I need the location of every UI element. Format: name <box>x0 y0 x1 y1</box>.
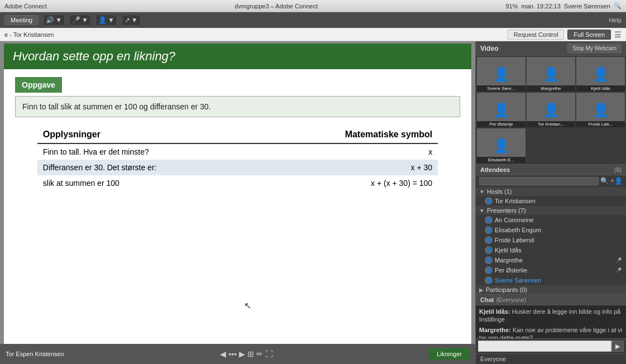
avatar: 👤 <box>485 226 493 234</box>
video-label: Tor Kristian... <box>527 121 575 127</box>
title-bar-left: Adobe Connect <box>4 3 47 9</box>
mic-icon: 🎤 <box>72 16 80 24</box>
search-icon[interactable]: 🔍 <box>614 2 622 9</box>
main-area: Hvordan sette opp en likning? Oppgave Fi… <box>0 41 626 364</box>
attendees-section: Attendees (8) 🔍 +👤 ▼ Hosts (1) 👤 Tor Kri… <box>476 164 626 294</box>
list-item: 👤 Per Østerlie 🎤 <box>476 265 626 275</box>
chat-send-button[interactable]: ▶ <box>611 341 624 352</box>
share-dropdown-icon[interactable]: ▼ <box>131 16 138 24</box>
attendees-header: Attendees (8) <box>476 164 626 175</box>
chat-input[interactable] <box>478 341 611 352</box>
presenters-group-header[interactable]: ▼ Presenters (7) <box>476 206 626 215</box>
slide-area: Hvordan sette opp en likning? Oppgave Fi… <box>0 41 475 364</box>
attendee-name: Tor Kristiansen <box>495 198 622 204</box>
attendee-search-input[interactable] <box>479 177 599 185</box>
mic-dropdown-icon[interactable]: ▼ <box>82 16 88 24</box>
table-row: Differansen er 30. Det største er:x + 30 <box>37 160 438 175</box>
time-display: man. 19:22:13 <box>521 3 560 9</box>
add-attendee-icon[interactable]: +👤 <box>610 177 623 185</box>
attendees-count: (8) <box>614 166 622 173</box>
stop-webcam-button[interactable]: Stop My Webcam <box>567 44 622 53</box>
video-cell: 👤 Elisabeth E... <box>477 128 525 163</box>
table-row: slik at summen er 100x + (x + 30) = 100 <box>37 175 438 191</box>
title-bar: Adobe Connect dvmgruppe3 – Adobe Connect… <box>0 0 626 12</box>
video-label: Frode Løb... <box>576 121 625 127</box>
video-panel-title: Video <box>480 45 498 52</box>
list-item: 👤 Margrethe 🎤 <box>476 255 626 265</box>
avatar: 👤 <box>485 256 493 264</box>
person-icon: 👤 <box>543 66 560 82</box>
mic-controls: 🎤 ▼ <box>69 15 91 26</box>
chat-scope: (Everyone) <box>496 296 526 303</box>
table-cell-math: x + (x + 30) = 100 <box>261 175 438 191</box>
table-row: Finn to tall. Hva er det minste?x <box>37 143 438 160</box>
list-item: 👤 Kjetil Idås <box>476 245 626 255</box>
cursor-overlay: ↖ <box>244 300 251 311</box>
list-item: 👤 An Commeine <box>476 215 626 225</box>
chat-message: Margrethe: Kan noe av problemene våre li… <box>479 326 623 338</box>
slide-controls: ◀ ▪▪▪ ▶ ⊞ ✏ ⛶ <box>220 349 273 358</box>
video-dropdown-icon[interactable]: ▼ <box>108 16 114 24</box>
participants-group-header[interactable]: ▶ Participants (0) <box>476 285 626 294</box>
hosts-arrow-icon: ▼ <box>479 189 485 195</box>
chat-header: Chat (Everyone) <box>476 294 626 305</box>
slide-tab[interactable]: Likninger <box>429 348 470 360</box>
slide-counter: ▪▪▪ <box>228 349 237 358</box>
avatar: 👤 <box>485 236 493 244</box>
window-title: dvmgruppe3 – Adobe Connect <box>235 3 318 9</box>
hosts-label: Hosts (1) <box>487 188 512 195</box>
attendee-name: Kjetil Idås <box>495 247 622 253</box>
attendees-title: Attendees <box>480 166 510 173</box>
slide-title: Hvordan sette opp en likning? <box>13 49 462 64</box>
app-name: Adobe Connect <box>4 3 47 9</box>
oppgave-label: Oppgave <box>15 77 62 93</box>
request-control-button[interactable]: Request Control <box>508 30 565 40</box>
mic-on-icon: 🎤 <box>615 257 622 264</box>
chat-sender: Margrethe: <box>479 327 511 333</box>
table-cell-info: slik at summen er 100 <box>37 175 261 191</box>
app-toolbar: Meeting 🔊 ▼ 🎤 ▼ 👤 ▼ ↗ ▼ Help <box>0 12 626 28</box>
chat-section: Chat (Everyone) Kjetil Idås: Husker dere… <box>476 294 626 364</box>
help-button[interactable]: Help <box>609 17 622 23</box>
attendee-name: An Commeine <box>495 217 622 223</box>
person-icon: 👤 <box>543 102 560 118</box>
table-cell-info: Differansen er 30. Det største er: <box>37 160 261 175</box>
chat-sender: Kjetil Idås: <box>479 308 510 315</box>
person-icon: 👤 <box>592 102 609 118</box>
avatar: 👤 <box>485 266 493 274</box>
table-body: Finn to tall. Hva er det minste?xDiffera… <box>37 143 438 191</box>
video-label: Margrethe <box>527 85 575 92</box>
chat-messages: Kjetil Idås: Husker dere å legge inn bil… <box>476 305 626 338</box>
attendee-name: Frode Løbersli <box>495 237 622 243</box>
table-header-math: Matematiske symbol <box>261 126 438 143</box>
presenters-list: 👤 An Commeine 👤 Elisabeth Engum 👤 Frode … <box>476 215 626 285</box>
share-controls: ↗ ▼ <box>122 15 141 26</box>
mic-on-icon: 🎤 <box>615 267 622 274</box>
menu-icon[interactable]: ☰ <box>614 30 622 39</box>
full-screen-button[interactable]: Full Screen <box>567 30 611 40</box>
video-label: Sverre Søre... <box>477 85 525 92</box>
video-label: Elisabeth E... <box>477 157 525 163</box>
fullscreen-icon[interactable]: ⛶ <box>265 349 273 358</box>
person-icon: 👤 <box>493 66 510 82</box>
video-cell: 👤 Tor Kristian... <box>527 93 575 127</box>
hosts-group-header[interactable]: ▼ Hosts (1) <box>476 187 626 196</box>
presenter-name: Tor Espen Kristensen <box>6 351 64 357</box>
meeting-button[interactable]: Meeting <box>4 15 39 25</box>
search-icon[interactable]: 🔍 <box>600 177 609 185</box>
audio-controls: 🔊 ▼ <box>43 15 65 26</box>
zoom-icon[interactable]: ⊞ <box>247 349 254 358</box>
chat-message: Kjetil Idås: Husker dere å legge inn bil… <box>479 308 623 324</box>
next-slide-icon[interactable]: ▶ <box>239 349 245 358</box>
prev-slide-icon[interactable]: ◀ <box>220 349 226 358</box>
person-icon: 👤 <box>592 66 609 82</box>
audio-dropdown-icon[interactable]: ▼ <box>55 16 62 24</box>
participants-label: Participants (0) <box>486 286 527 293</box>
camera-icon: 👤 <box>98 16 107 24</box>
chat-footer: Everyone <box>476 353 626 364</box>
slide-content: Hvordan sette opp en likning? Oppgave Fi… <box>4 44 471 344</box>
video-cell: 👤 Per Østerlje <box>477 93 525 127</box>
pointer-icon[interactable]: ✏ <box>256 349 263 358</box>
video-section: Video Stop My Webcam 👤 Sverre Søre... 👤 … <box>476 41 626 164</box>
video-label: Per Østerlje <box>477 121 525 127</box>
